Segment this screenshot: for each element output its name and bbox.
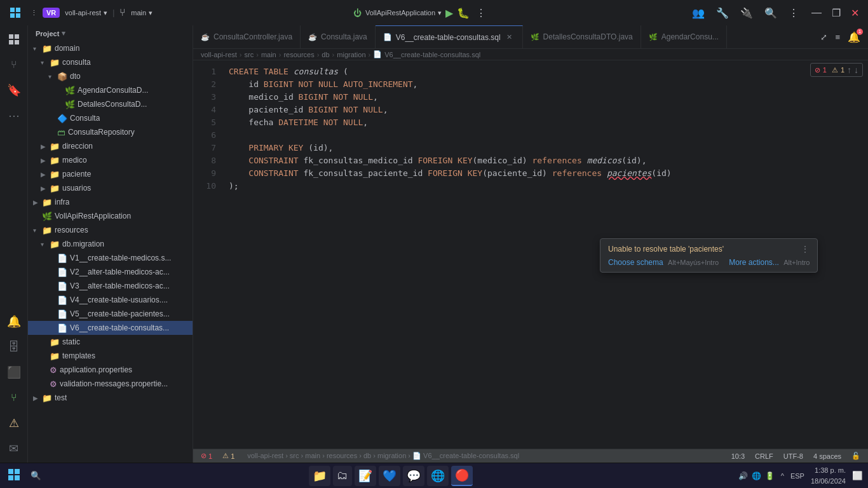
taskbar-app-notepad[interactable]: 📝	[355, 466, 376, 486]
tab-agendar[interactable]: 🌿 AgendarConsu...	[641, 25, 727, 48]
error-nav-widget[interactable]: ⊘ 1 ⚠ 1 ↑ ↓	[810, 63, 863, 77]
sidebar-item-validation-properties[interactable]: ▶ ⚙ validation-messages.propertie...	[28, 377, 193, 391]
close-btn[interactable]: ✕	[847, 6, 863, 20]
clock[interactable]: 1:38 p. m. 18/06/2024	[811, 465, 846, 486]
more-run-options-btn[interactable]: ⋮	[473, 4, 489, 22]
tooltip-action-choose-schema[interactable]: Choose schema Alt+Mayús+Intro	[608, 258, 719, 267]
sidebar-item-app-properties[interactable]: ▶ ⚙ application.properties	[28, 363, 193, 377]
windows-start-btn[interactable]	[5, 466, 23, 485]
sidebar-item-medico[interactable]: ▶ 📁 medico	[28, 153, 193, 167]
tab-consulta-controller[interactable]: ☕ ConsultaController.java	[193, 25, 301, 48]
notifications-icon[interactable]: ⋮	[786, 4, 801, 22]
sidebar-item-templates[interactable]: ▶ 📁 templates	[28, 349, 193, 363]
sidebar-item-detalles[interactable]: ▶ 🌿 DetallesConsultaD...	[28, 97, 193, 111]
taskbar-app-explorer[interactable]: 📁	[309, 466, 330, 486]
sidebar-item-consulta-class[interactable]: ▶ 🔷 Consulta	[28, 111, 193, 125]
tab-detalles-dto[interactable]: 🌿 DetallesConsultaDTO.java	[523, 25, 641, 48]
activity-warning-icon[interactable]: ⚠	[3, 412, 25, 435]
label-v2: V2__alter-table-medicos-ac...	[70, 268, 170, 276]
sidebar-item-v6[interactable]: ▶ 📄 V6__create-table-consultas...	[28, 321, 193, 335]
sidebar-item-agendar[interactable]: ▶ 🌿 AgendarConsultaD...	[28, 83, 193, 97]
debug-button[interactable]: 🐛	[457, 7, 470, 19]
sidebar-item-db-migration[interactable]: ▾ 📁 db.migration	[28, 237, 193, 251]
settings-icon[interactable]: 🔧	[714, 4, 731, 22]
sidebar-item-consulta-repo[interactable]: ▶ 🗃 ConsultaRepository	[28, 125, 193, 139]
status-indent[interactable]: 4 spaces	[811, 449, 844, 463]
sidebar-item-v5[interactable]: ▶ 📄 V5__create-table-pacientes...	[28, 307, 193, 321]
bc-src[interactable]: src	[245, 51, 254, 58]
sidebar-item-consulta[interactable]: ▾ 📁 consulta	[28, 55, 193, 69]
ln-6: 6	[193, 129, 216, 142]
status-position[interactable]: 10:3	[729, 449, 747, 463]
status-warnings[interactable]: ⚠ 1	[220, 449, 237, 463]
sidebar-item-infra[interactable]: ▶ 📁 infra	[28, 195, 193, 209]
sidebar-item-paciente[interactable]: ▶ 📁 paciente	[28, 167, 193, 181]
sidebar-item-domain[interactable]: ▾ 📁 domain	[28, 41, 193, 55]
bc-file[interactable]: V6__create-table-consultas.sql	[384, 51, 480, 58]
activity-vcs-icon[interactable]: ⑂	[3, 53, 25, 76]
taskbar-app-discord[interactable]: 💬	[403, 466, 424, 486]
activity-more-icon[interactable]: ⋯	[3, 104, 25, 127]
bc-project[interactable]: voll-api-rest	[201, 51, 237, 58]
status-readonly-icon[interactable]: 🔓	[849, 449, 863, 463]
sidebar-item-test[interactable]: ▶ 📁 test	[28, 391, 193, 405]
taskbar-app-chrome[interactable]: 🌐	[427, 466, 449, 486]
tooltip-action-more[interactable]: More actions... Alt+Intro	[729, 258, 810, 267]
sidebar-item-app[interactable]: ▶ 🌿 VollApiRestApplication	[28, 209, 193, 223]
bc-main[interactable]: main	[261, 51, 276, 58]
taskbar-search-btn[interactable]: 🔍	[28, 468, 44, 483]
tray-expand-btn[interactable]: ^	[781, 472, 784, 480]
taskbar-app-vscode[interactable]: 💙	[379, 466, 400, 486]
activity-bar: ⑂ 🔖 ⋯ 🔔 🗄 ⬛ ⑂ ⚠ ✉	[0, 25, 28, 463]
show-desktop-btn[interactable]: ⬜	[852, 471, 863, 480]
sidebar-item-resources[interactable]: ▾ 📁 resources	[28, 223, 193, 237]
app-run-name[interactable]: VollApiRestApplication ▾	[365, 9, 442, 17]
sidebar-item-v4[interactable]: ▶ 📄 V4__create-table-usuarios....	[28, 293, 193, 307]
status-encoding[interactable]: UTF-8	[781, 449, 806, 463]
expand-editor-btn[interactable]: ⤢	[818, 30, 830, 44]
project-name-btn[interactable]: voll-api-rest ▾	[65, 9, 107, 17]
run-button[interactable]: ▶	[445, 7, 453, 19]
activity-git-icon[interactable]: ⑂	[3, 386, 25, 409]
branch-btn[interactable]: main ▾	[131, 9, 153, 17]
activity-notifications-icon[interactable]: 🔔	[3, 310, 25, 333]
more-actions-btn[interactable]: ⋮	[31, 9, 37, 17]
nav-up-btn[interactable]: ↑	[847, 65, 851, 75]
expand-arrow-db: ▾	[41, 241, 48, 248]
activity-mail-icon[interactable]: ✉	[3, 437, 25, 460]
activity-project-icon[interactable]	[3, 28, 25, 51]
tooltip-menu-icon[interactable]: ⋮	[801, 244, 810, 254]
plugins-icon[interactable]: 🔌	[738, 4, 756, 22]
sidebar-item-v3[interactable]: ▶ 📄 V3__alter-table-medicos-ac...	[28, 279, 193, 293]
status-errors[interactable]: ⊘ 1	[198, 449, 215, 463]
bell-icon-btn[interactable]: 🔔 1	[845, 29, 863, 46]
bc-db[interactable]: db	[322, 51, 329, 58]
bc-resources[interactable]: resources	[283, 51, 314, 58]
nav-down-btn[interactable]: ↓	[854, 65, 858, 75]
activity-bookmarks-icon[interactable]: 🔖	[3, 79, 25, 102]
sidebar-item-static[interactable]: ▶ 📁 static	[28, 335, 193, 349]
sidebar-item-v2[interactable]: ▶ 📄 V2__alter-table-medicos-ac...	[28, 265, 193, 279]
svg-rect-7	[15, 40, 19, 44]
sidebar-item-usuarios[interactable]: ▶ 📁 usuarios	[28, 181, 193, 195]
status-line-ending[interactable]: CRLF	[752, 449, 776, 463]
sidebar-item-v1[interactable]: ▶ 📄 V1__create-table-medicos.s...	[28, 251, 193, 265]
taskbar-app-intellij[interactable]: 🔴	[451, 466, 473, 486]
tab-v6-sql[interactable]: 📄 V6__create-table-consultas.sql ✕	[376, 25, 523, 48]
search-icon[interactable]: 🔍	[762, 4, 780, 22]
encoding-label: UTF-8	[783, 452, 803, 460]
maximize-btn[interactable]: ❐	[828, 6, 844, 20]
tab-close-sql[interactable]: ✕	[505, 32, 515, 43]
sidebar-item-dto[interactable]: ▾ 📦 dto	[28, 69, 193, 83]
bc-migration[interactable]: migration	[337, 51, 365, 58]
taskbar-app-files[interactable]: 🗂	[333, 466, 352, 486]
profile-icon[interactable]: 👥	[689, 4, 707, 22]
sql-icon-v2: 📄	[57, 268, 67, 277]
tab-consulta[interactable]: ☕ Consulta.java	[301, 25, 376, 48]
activity-database-icon[interactable]: 🗄	[3, 336, 25, 358]
activity-terminal-icon[interactable]: ⬛	[3, 361, 25, 384]
sidebar-item-direccion[interactable]: ▶ 📁 direccion	[28, 139, 193, 153]
minimize-btn[interactable]: —	[808, 6, 825, 20]
label-db-migration: db.migration	[62, 240, 104, 248]
tabs-more-btn[interactable]: ≡	[832, 30, 843, 44]
